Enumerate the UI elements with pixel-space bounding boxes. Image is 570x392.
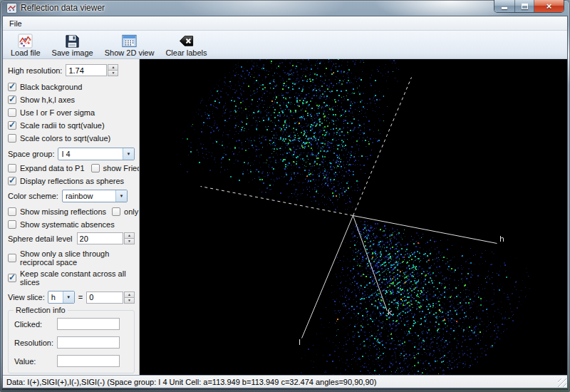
checkbox-label: Show missing reflections bbox=[20, 207, 106, 216]
close-button[interactable]: × bbox=[534, 0, 564, 12]
3d-reflection-view[interactable]: h k l bbox=[140, 59, 567, 375]
checkbox-scale-colors[interactable]: Scale colors to sqrt(value) bbox=[8, 133, 135, 143]
value-label: Value: bbox=[14, 357, 57, 366]
spinner-down-icon[interactable]: ▼ bbox=[124, 298, 135, 304]
checkbox-show-missing[interactable]: Show missing reflections bbox=[8, 207, 106, 216]
resolution-input[interactable] bbox=[57, 336, 120, 349]
view-slice-axis-value: h bbox=[48, 292, 63, 303]
chevron-down-icon[interactable]: ▼ bbox=[123, 148, 134, 160]
color-scheme-dropdown[interactable]: rainbow ▼ bbox=[62, 190, 128, 202]
view-slice-input[interactable] bbox=[86, 292, 123, 304]
checkbox-systematic-absences[interactable]: Show systematic absences bbox=[8, 220, 135, 229]
toolbar-button-label: Show 2D view bbox=[105, 48, 155, 57]
checkbox-box[interactable] bbox=[8, 134, 16, 143]
chevron-down-icon[interactable]: ▼ bbox=[63, 292, 74, 303]
checkbox-box[interactable] bbox=[8, 207, 16, 216]
checkbox-box[interactable] bbox=[8, 121, 16, 130]
reflection-scatter-canvas[interactable] bbox=[140, 59, 567, 375]
chevron-down-icon[interactable]: ▼ bbox=[115, 190, 127, 202]
floppy-disk-icon bbox=[64, 33, 81, 49]
color-scheme-label: Color scheme: bbox=[8, 192, 58, 200]
spinner-up-icon[interactable]: ▲ bbox=[124, 232, 135, 239]
save-image-button[interactable]: Save image bbox=[48, 32, 97, 58]
checkbox-show-hkl-axes[interactable]: Show h,k,l axes bbox=[8, 95, 135, 104]
high-resolution-input[interactable] bbox=[66, 64, 107, 76]
toolbar-button-label: Load file bbox=[11, 48, 41, 57]
view-slice-label: View slice: bbox=[8, 293, 45, 301]
checkbox-friedel-pairs[interactable]: show Friedel pairs bbox=[91, 163, 140, 172]
axis-label-h: h bbox=[499, 235, 504, 243]
spinner-down-icon[interactable]: ▼ bbox=[108, 71, 118, 76]
clear-labels-button[interactable]: Clear labels bbox=[162, 32, 210, 58]
toolbar: Load file Save image bbox=[3, 31, 567, 59]
checkbox-label: Show only a slice through reciprocal spa… bbox=[20, 249, 135, 267]
view-slice-axis-dropdown[interactable]: h ▼ bbox=[48, 291, 75, 304]
status-text: Data: I(+),SIGI(+),I(-),SIGI(-) (Space g… bbox=[6, 378, 376, 386]
checkbox-box[interactable] bbox=[8, 220, 16, 229]
high-resolution-label: High resolution: bbox=[8, 66, 62, 75]
resize-grip-icon[interactable] bbox=[558, 378, 566, 387]
checkbox-label: Use I or F over sigma bbox=[20, 108, 95, 117]
space-group-dropdown[interactable]: I 4 ▼ bbox=[58, 148, 135, 160]
space-group-row: Space group: I 4 ▼ bbox=[8, 148, 135, 160]
spinner-up-icon[interactable]: ▲ bbox=[108, 64, 118, 71]
checkbox-box[interactable] bbox=[8, 177, 16, 185]
value-input[interactable] bbox=[57, 355, 120, 367]
sphere-detail-row: Sphere detail level ▲▼ bbox=[8, 232, 135, 244]
expand-row: Expand data to P1 show Friedel pairs bbox=[8, 163, 135, 172]
view-slice-row: View slice: h ▼ = ▲▼ bbox=[8, 291, 135, 304]
status-bar: Data: I(+),SIGI(+),I(-),SIGI(-) (Space g… bbox=[3, 375, 567, 388]
checkbox-box[interactable] bbox=[8, 96, 16, 104]
clicked-input[interactable] bbox=[57, 318, 120, 330]
missing-row: Show missing reflections only bbox=[8, 207, 135, 216]
space-group-label: Space group: bbox=[8, 150, 54, 158]
checkbox-box[interactable] bbox=[112, 207, 120, 216]
menu-file[interactable]: File bbox=[4, 18, 28, 29]
checkbox-slice-only[interactable]: Show only a slice through reciprocal spa… bbox=[8, 249, 135, 267]
sphere-detail-spinner[interactable]: ▲▼ bbox=[124, 232, 135, 244]
checkbox-box[interactable] bbox=[8, 164, 16, 172]
scatter-plot-icon bbox=[17, 33, 33, 49]
checkbox-box[interactable] bbox=[91, 164, 100, 172]
checkbox-box[interactable] bbox=[8, 254, 16, 262]
minimize-button[interactable] bbox=[494, 0, 515, 12]
checkbox-label: Keep scale constant across all slices bbox=[20, 269, 135, 287]
show-2d-view-button[interactable]: Show 2D view bbox=[101, 32, 158, 58]
grid-window-icon bbox=[121, 33, 138, 49]
color-scheme-row: Color scheme: rainbow ▼ bbox=[8, 190, 135, 202]
checkbox-keep-scale[interactable]: Keep scale constant across all slices bbox=[8, 270, 135, 287]
maximize-button[interactable] bbox=[515, 0, 534, 12]
reflection-info-title: Reflection info bbox=[14, 306, 68, 314]
checkbox-display-spheres[interactable]: Display reflections as spheres bbox=[8, 176, 135, 185]
high-resolution-row: High resolution: ▲▼ bbox=[8, 64, 135, 76]
checkbox-scale-radii[interactable]: Scale radii to sqrt(value) bbox=[8, 120, 135, 130]
space-group-value: I 4 bbox=[58, 148, 123, 160]
load-file-button[interactable]: Load file bbox=[7, 32, 44, 58]
minimize-icon bbox=[502, 7, 507, 9]
checkbox-use-i-or-f-over-sigma[interactable]: Use I or F over sigma bbox=[8, 108, 135, 117]
checkbox-missing-only[interactable]: only bbox=[112, 207, 138, 216]
sphere-detail-input[interactable] bbox=[77, 232, 123, 244]
spinner-down-icon[interactable]: ▼ bbox=[124, 239, 135, 244]
title-bar[interactable]: Reflection data viewer × bbox=[0, 0, 570, 16]
menu-bar: File bbox=[3, 16, 567, 31]
color-scheme-value: rainbow bbox=[63, 190, 115, 202]
spinner-up-icon[interactable]: ▲ bbox=[124, 292, 135, 298]
eraser-icon bbox=[178, 33, 195, 49]
resolution-label: Resolution: bbox=[14, 339, 57, 347]
close-icon: × bbox=[546, 1, 552, 11]
settings-panel: High resolution: ▲▼ Black background Sho… bbox=[3, 59, 140, 375]
toolbar-button-label: Clear labels bbox=[165, 48, 207, 57]
checkbox-label: show Friedel pairs bbox=[103, 164, 140, 172]
window-title: Reflection data viewer bbox=[21, 3, 105, 13]
checkbox-black-background[interactable]: Black background bbox=[8, 82, 135, 91]
checkbox-expand-p1[interactable]: Expand data to P1 bbox=[8, 163, 85, 172]
checkbox-label: Black background bbox=[20, 83, 82, 91]
app-window: Reflection data viewer × File Load file bbox=[0, 0, 570, 392]
view-slice-spinner[interactable]: ▲▼ bbox=[124, 292, 135, 304]
checkbox-box[interactable] bbox=[8, 83, 16, 91]
high-resolution-spinner[interactable]: ▲▼ bbox=[108, 64, 118, 76]
checkbox-box[interactable] bbox=[8, 108, 16, 117]
checkbox-label: Scale colors to sqrt(value) bbox=[20, 134, 110, 143]
checkbox-box[interactable] bbox=[8, 274, 16, 282]
